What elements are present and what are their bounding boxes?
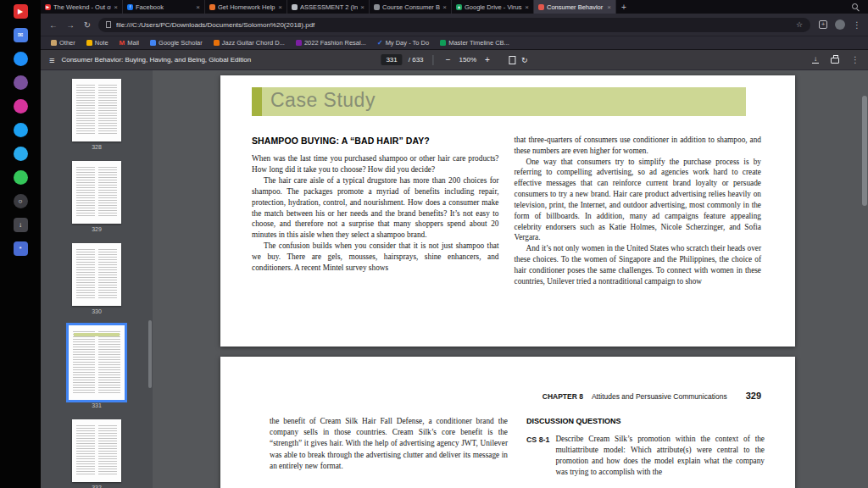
messenger-icon[interactable] — [14, 52, 28, 66]
page-number-input[interactable]: 331 — [381, 54, 402, 65]
bookmarks-bar: Other Note M Mail Google Scholar Jazz Gu… — [41, 36, 868, 49]
close-tab-icon[interactable]: × — [607, 3, 611, 11]
nav-bar: ← → ↻ file:///C:/Users/PC/Downloads/Docu… — [41, 14, 868, 36]
pdf-viewer[interactable]: Case Study SHAMPOO BUYING: A “BAD HAIR” … — [153, 70, 868, 488]
chapter-title: Attitudes and Persuasive Communications — [592, 392, 727, 401]
youtube-icon[interactable]: ▶ — [14, 4, 28, 19]
instagram-icon[interactable] — [14, 99, 28, 114]
print-icon[interactable] — [831, 58, 839, 64]
bookmark-label: Google Scholar — [159, 39, 203, 47]
bookmark-label: Master Timeline CB... — [448, 39, 509, 47]
settings-icon[interactable]: * — [14, 241, 28, 256]
tab-course[interactable]: Course Consumer Behavio × — [370, 0, 452, 14]
more-options-icon[interactable]: ⋮ — [851, 55, 860, 64]
case-study-title: Case Study — [270, 89, 376, 112]
search-tabs-icon[interactable] — [852, 3, 860, 11]
bookmark-star-icon[interactable]: ☆ — [796, 20, 803, 29]
profile-avatar[interactable] — [835, 19, 845, 30]
pdf-document-title: Consumer Behavior: Buying, Having, and B… — [61, 56, 251, 64]
chat-icon[interactable] — [14, 170, 28, 185]
viber-icon[interactable] — [14, 75, 28, 90]
address-bar[interactable]: file:///C:/Users/PC/Downloads/Documents/… — [98, 18, 810, 32]
thumbnail-page-332[interactable]: 332 — [72, 419, 121, 488]
rotate-icon[interactable]: ↻ — [521, 56, 528, 64]
thumbnail-page-331-active[interactable]: 331 — [69, 325, 125, 408]
running-header: CHAPTER 8 Attitudes and Persuasive Commu… — [542, 391, 761, 401]
twitter-icon[interactable] — [14, 123, 28, 137]
bookmark-mail[interactable]: M Mail — [120, 39, 139, 47]
tab-title: Consumer Behavior Buyin — [547, 3, 604, 11]
close-tab-icon[interactable]: × — [278, 3, 282, 11]
reload-icon[interactable]: ↻ — [81, 20, 93, 30]
chapter-label: CHAPTER 8 — [542, 392, 583, 401]
viewer-scrollbar[interactable] — [862, 96, 867, 206]
tab-bar: ▶ The Weeknd - Out of Time × f Facebook … — [41, 0, 868, 14]
thumbnail-panel: 328 329 330 331 332 — [41, 70, 153, 488]
new-tab-button[interactable]: + — [616, 0, 632, 14]
bookmark-note[interactable]: Note — [86, 39, 108, 47]
extensions-icon[interactable]: + — [819, 20, 827, 29]
tab-homework-help[interactable]: Get Homework Help With × — [205, 0, 287, 14]
tab-google-drive[interactable]: ▲ Google Drive - Virus scan × — [452, 0, 534, 14]
screen: ▶ ✉ ○ ↓ * ▶ The Weeknd - Out of Time × f… — [0, 0, 868, 488]
thumbnail-label: 329 — [92, 226, 102, 232]
download-arrow: ↓ — [814, 56, 817, 62]
discussion-question: CS 8-1 Describe Cream Silk’s promotion w… — [526, 434, 765, 479]
paragraph: One way that consumers try to simplify t… — [515, 157, 762, 244]
tab-title: The Weeknd - Out of Time — [53, 3, 111, 11]
browser-window: ▶ The Weeknd - Out of Time × f Facebook … — [41, 0, 868, 488]
close-tab-icon[interactable]: × — [196, 3, 200, 11]
tab-favicon — [374, 4, 380, 10]
sidebar-toggle-icon[interactable]: ≡ — [49, 55, 54, 65]
zoom-out-icon[interactable]: − — [443, 55, 453, 64]
thumbnail-page-329[interactable]: 329 — [72, 161, 121, 232]
close-tab-icon[interactable]: × — [442, 3, 447, 11]
back-icon[interactable]: ← — [47, 20, 59, 30]
bookmark-label: Mail — [127, 39, 139, 47]
thumbnail-page-330[interactable]: 330 — [72, 243, 121, 314]
mail-icon[interactable]: ✉ — [14, 28, 28, 42]
thumbnail-label: 332 — [92, 485, 102, 488]
zoom-level[interactable]: 150% — [459, 56, 476, 64]
fit-page-icon[interactable] — [509, 56, 515, 64]
clock-icon[interactable]: ○ — [14, 194, 28, 208]
bookmark-master-timeline[interactable]: Master Timeline CB... — [440, 39, 509, 47]
close-tab-icon[interactable]: × — [360, 3, 364, 11]
bookmark-fashion-resale[interactable]: 2022 Fashion Resal... — [296, 39, 366, 47]
zoom-in-icon[interactable]: + — [482, 55, 492, 64]
forward-icon[interactable]: → — [64, 20, 76, 30]
tab-consumer-behavior-active[interactable]: Consumer Behavior Buyin × — [534, 0, 616, 14]
download-icon[interactable]: ↓ — [812, 56, 819, 64]
tab-assessment[interactable]: ASSESSMENT 2 (Instructio × — [287, 0, 370, 14]
thumbnail-image[interactable] — [72, 243, 121, 306]
question-label: CS 8-1 — [526, 434, 549, 479]
close-tab-icon[interactable]: × — [525, 3, 529, 11]
thumbnail-page-328[interactable]: 328 — [72, 79, 121, 150]
tab-facebook[interactable]: f Facebook × — [123, 0, 205, 14]
thumbnail-image[interactable] — [72, 419, 121, 482]
pdf-page-332: CHAPTER 8 Attitudes and Persuasive Commu… — [220, 357, 795, 488]
fashion-site-icon — [296, 40, 302, 46]
thumbnail-image[interactable] — [72, 79, 121, 141]
browser-menu-icon[interactable]: ⋮ — [853, 20, 861, 30]
thumbnail-label: 331 — [92, 402, 102, 408]
tab-favicon: ▶ — [45, 4, 51, 10]
bookmark-my-day[interactable]: ✓ My Day - To Do — [377, 39, 429, 47]
downloads-icon[interactable]: ↓ — [14, 218, 28, 232]
tab-the-weeknd[interactable]: ▶ The Weeknd - Out of Time × — [41, 0, 123, 14]
telegram-icon[interactable] — [14, 147, 28, 161]
bookmark-other[interactable]: Other — [51, 39, 75, 47]
file-icon — [106, 21, 111, 28]
paragraph: The confusion builds when you consider t… — [252, 241, 499, 273]
pdf-body: 328 329 330 331 332 — [41, 70, 868, 488]
thumbnail-scrollbar[interactable] — [148, 320, 152, 388]
bookmark-jazz-guitar[interactable]: Jazz Guitar Chord D... — [214, 39, 285, 47]
tab-favicon — [538, 4, 544, 10]
paragraph: the benefit of Cream Silk Hair Fall Defe… — [270, 416, 508, 472]
close-tab-icon[interactable]: × — [114, 3, 118, 11]
url-text: file:///C:/Users/PC/Downloads/Documents/… — [116, 21, 791, 29]
thumbnail-image[interactable] — [72, 161, 121, 224]
divider — [433, 55, 434, 65]
thumbnail-image[interactable] — [69, 325, 125, 400]
bookmark-google-scholar[interactable]: Google Scholar — [150, 39, 203, 47]
